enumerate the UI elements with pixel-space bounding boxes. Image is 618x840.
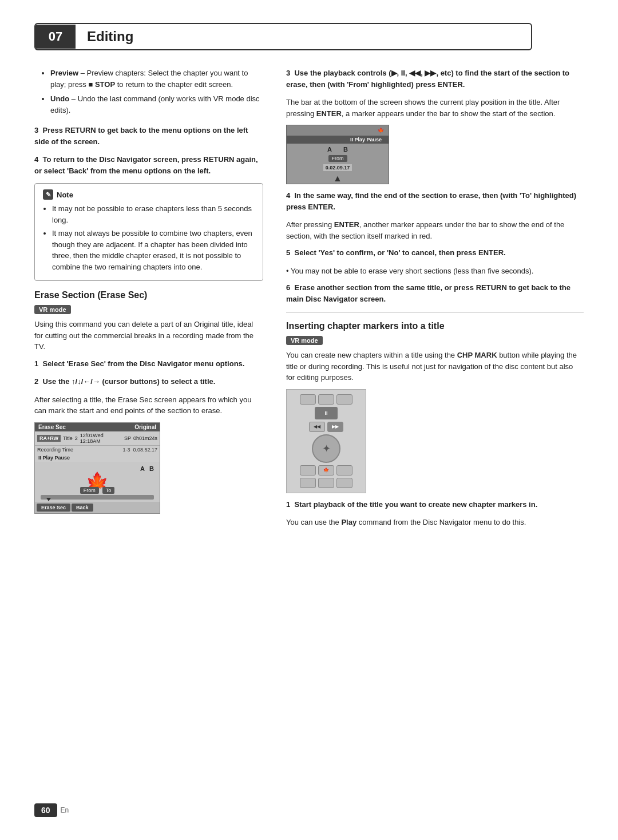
- vr-badge-erase: VR mode: [34, 305, 71, 314]
- title-col: Title: [63, 435, 73, 441]
- pp-time: 0.02.09.17: [323, 164, 352, 171]
- step4-num: 4: [286, 191, 294, 200]
- page-container: 07 Editing Preview – Preview chapters: S…: [0, 0, 618, 840]
- erase-sec-original: Original: [134, 424, 156, 430]
- erase-sec-buttons: Erase Sec Back: [35, 502, 160, 513]
- step6-text: Erase another section from the same titl…: [286, 283, 571, 303]
- erase-step1-num: 1: [34, 359, 42, 368]
- marker-a: A: [140, 465, 145, 472]
- stop-bold: ■ STOP: [88, 80, 115, 89]
- pp-marker-a: A: [327, 146, 332, 153]
- erase-sec-screenshot: Erase Sec Original RA+RW Title 2 12/01We…: [34, 422, 160, 514]
- recording-time-label: Recording Time: [37, 447, 73, 453]
- preview-label: Preview: [50, 69, 78, 77]
- ins-step1-num: 1: [286, 500, 294, 509]
- erase-sec-screen-title: Erase Sec: [38, 424, 66, 430]
- inserting-intro: You can create new chapters within a tit…: [286, 350, 584, 383]
- erase-sec-content: 🍁 A B From To: [35, 462, 160, 502]
- pp-ab-buttons: A B: [327, 146, 348, 153]
- list-item-preview: Preview – Preview chapters: Select the c…: [50, 68, 263, 90]
- from-label: From: [80, 487, 99, 494]
- chp-mark-bold: CHP MARK: [457, 351, 497, 359]
- erase-step2-num: 2: [34, 377, 42, 386]
- pp-play-pause: II Play Pause: [287, 136, 389, 144]
- erase-step-2: 2 Use the ↑/↓/←/→ (cursor buttons) to se…: [34, 376, 263, 387]
- enter-bold-2: ENTER: [334, 220, 359, 229]
- back-btn: Back: [72, 504, 93, 512]
- step3-num: 3: [286, 69, 294, 77]
- sp-col: SP: [124, 435, 131, 441]
- remote-btn-2: [318, 394, 334, 405]
- erase-section-heading: Erase Section (Erase Sec): [34, 290, 263, 300]
- marker-b: B: [149, 465, 154, 472]
- remote-bot-2: 🍁: [318, 465, 334, 476]
- remote-last-3: [336, 478, 352, 488]
- date-col: 12/01Wed 12:18AM: [80, 433, 122, 444]
- remote-last-row: [300, 478, 352, 488]
- chapter-title: Editing: [76, 24, 145, 49]
- note-item-1: It may not be possible to erase chapters…: [52, 203, 255, 225]
- remote-bot-1: [300, 465, 316, 476]
- step-3: 3 Use the playback controls (▶, II, ◀◀, …: [286, 68, 584, 90]
- recording-time-row: Recording Time 1-3 0.08.52.17: [35, 446, 160, 454]
- enter-bold-1: ENTER: [316, 109, 342, 118]
- remote-mid-buttons: ◀◀ ▶▶: [309, 422, 343, 432]
- play-bold: Play: [341, 518, 356, 526]
- erase-intro: Using this command you can delete a part…: [34, 319, 263, 352]
- timeline-bar: [41, 495, 154, 500]
- pp-marker-b: B: [343, 146, 348, 153]
- remote-bot-3: [336, 465, 352, 476]
- remote-btn-1: [300, 394, 316, 405]
- step4-detail: After pressing ENTER, another marker app…: [286, 219, 584, 241]
- remote-last-2: [318, 478, 334, 488]
- step4-text: In the same way, find the end of the sec…: [286, 191, 576, 211]
- play-pause-screenshot: 🍁 II Play Pause A B From 0.02.09.17 ▲: [286, 125, 389, 184]
- remote-fwd-btn: ▶▶: [327, 422, 343, 432]
- step-4: 4 In the same way, find the end of the s…: [286, 190, 584, 212]
- to-label: To: [102, 487, 115, 494]
- pp-content: II Play Pause A B From 0.02.09.17 ▲: [287, 136, 389, 184]
- remote-control-image: II ◀◀ ▶▶ ✦ 🍁: [286, 389, 366, 493]
- remote-nav-cross: ✦: [312, 434, 340, 463]
- pp-header: 🍁: [287, 125, 389, 136]
- ra-label: RA+RW: [37, 435, 61, 442]
- erase-step2-detail: After selecting a title, the Erase Sec s…: [34, 394, 263, 417]
- note-list: It may not be possible to erase chapters…: [52, 203, 255, 272]
- remote-rew-btn: ◀◀: [309, 422, 325, 432]
- step3-detail: The bar at the bottom of the screen show…: [286, 97, 584, 119]
- para-3-num: 3: [34, 126, 42, 134]
- page-language: En: [61, 806, 69, 814]
- para-3: 3 Press RETURN to get back to the menu o…: [34, 125, 263, 147]
- undo-label: Undo: [50, 94, 69, 103]
- erase-sec-data-row: RA+RW Title 2 12/01Wed 12:18AM SP 0h01m2…: [35, 431, 160, 446]
- from-to-labels: From To: [41, 487, 154, 494]
- main-content: Preview – Preview chapters: Select the c…: [34, 68, 584, 534]
- undo-text: – Undo the last command (only works with…: [50, 94, 260, 114]
- page-footer: 60 En: [34, 803, 69, 817]
- ins-step1-detail: You can use the Play command from the Di…: [286, 517, 584, 528]
- left-column: Preview – Preview chapters: Select the c…: [34, 68, 263, 534]
- counter-val: 1-3 0.08.52.17: [122, 447, 157, 453]
- list-item-undo: Undo – Undo the last command (only works…: [50, 93, 263, 116]
- pp-from-row: From: [328, 155, 347, 162]
- section-divider: [286, 312, 584, 313]
- ab-markers: A B: [140, 465, 154, 472]
- note-box: ✎ Note It may not be possible to erase c…: [34, 183, 263, 281]
- erase-step1-text: Select 'Erase Sec' from the Disc Navigat…: [42, 359, 244, 368]
- chapter-header: 07 Editing: [34, 23, 532, 50]
- para-4: 4 To return to the Disc Navigator screen…: [34, 154, 263, 176]
- step-6: 6 Erase another section from the same ti…: [286, 282, 584, 304]
- remote-pause-btn: II: [315, 407, 338, 419]
- step5-note: • You may not be able to erase very shor…: [286, 266, 584, 277]
- para-4-num: 4: [34, 155, 42, 164]
- step3-text: Use the playback controls (▶, II, ◀◀, ▶▶…: [286, 69, 569, 89]
- vr-badge-inserting: VR mode: [286, 336, 323, 345]
- erase-sec-titlebar: Erase Sec Original: [35, 423, 160, 431]
- num-col: 2: [75, 435, 78, 441]
- page-number: 60: [34, 803, 57, 817]
- remote-last-1: [300, 478, 316, 488]
- para-3-text: Press RETURN to get back to the menu opt…: [34, 126, 248, 146]
- remote-top-buttons: [300, 394, 352, 405]
- play-pause-label: II Play Pause: [35, 454, 160, 462]
- inserting-step-1: 1 Start playback of the title you want t…: [286, 499, 584, 510]
